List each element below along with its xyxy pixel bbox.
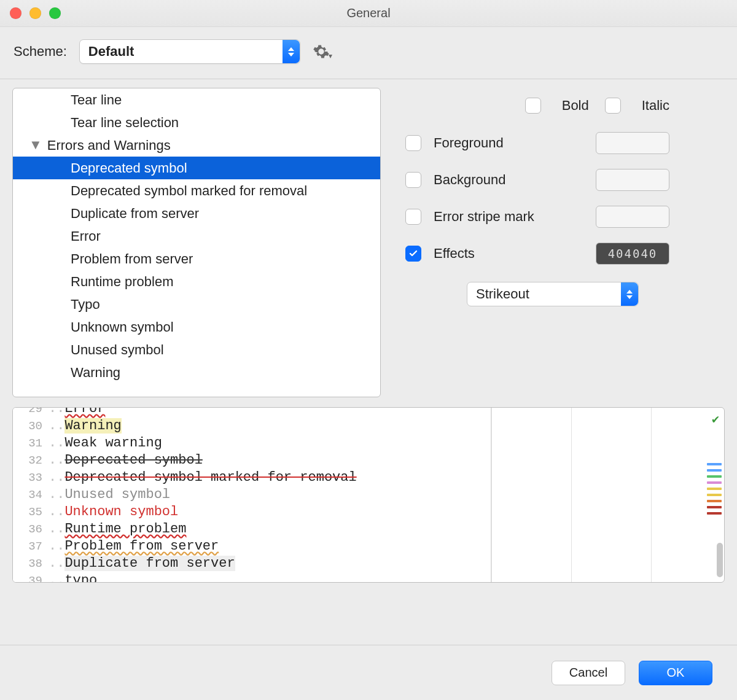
ok-button[interactable]: OK <box>639 661 712 685</box>
style-panel: Bold Italic Foreground Background Error … <box>405 88 725 397</box>
titlebar: General <box>0 0 737 27</box>
preview-rightbar: ✔ <box>491 408 724 582</box>
stripe-checkbox[interactable] <box>405 209 421 225</box>
tree-item[interactable]: Problem from server <box>13 247 380 270</box>
code-line: ..typo <box>49 572 491 583</box>
code-area: ..Error..Warning..Weak warning..Deprecat… <box>47 408 491 582</box>
tree-item[interactable]: Error <box>13 225 380 247</box>
updown-icon <box>283 40 300 63</box>
code-line: ..Runtime problem <box>49 521 491 538</box>
tree-item[interactable]: Tear line <box>13 88 380 111</box>
code-line: ..Problem from server <box>49 538 491 555</box>
chevron-down-icon: ▼ <box>29 137 42 153</box>
attributes-tree[interactable]: Tear lineTear line selection▼Errors and … <box>12 88 381 397</box>
tree-item[interactable]: Duplicate from server <box>13 202 380 225</box>
tree-item[interactable]: Unused symbol <box>13 338 380 361</box>
foreground-checkbox[interactable] <box>405 135 421 151</box>
background-checkbox[interactable] <box>405 172 421 188</box>
tree-item[interactable]: Runtime problem <box>13 270 380 293</box>
tree-item[interactable]: Tear line selection <box>13 111 380 134</box>
scheme-row: Scheme: Default ▾ <box>0 27 737 79</box>
tree-section[interactable]: ▼Errors and Warnings <box>13 134 380 157</box>
bold-label: Bold <box>562 98 589 114</box>
foreground-swatch[interactable] <box>596 132 669 154</box>
effect-type-select[interactable]: Strikeout <box>467 282 639 306</box>
scrollbar-thumb[interactable] <box>717 543 723 577</box>
scheme-label: Scheme: <box>14 44 67 60</box>
code-line: ..Error <box>49 407 491 418</box>
cancel-button[interactable]: Cancel <box>552 661 625 685</box>
code-line: ..Weak warning <box>49 435 491 452</box>
scheme-select[interactable]: Default <box>79 39 300 64</box>
tree-item[interactable]: Deprecated symbol marked for removal <box>13 179 380 202</box>
window-title: General <box>0 6 737 20</box>
italic-checkbox[interactable] <box>605 98 621 114</box>
error-stripes[interactable] <box>707 463 722 518</box>
tree-item[interactable]: Warning <box>13 361 380 384</box>
code-line: ..Deprecated symbol marked for removal <box>49 469 491 486</box>
dialog-footer: Cancel OK <box>0 645 737 700</box>
preview-editor[interactable]: 2930313233343536373839 ..Error..Warning.… <box>12 407 725 583</box>
stripe-label: Error stripe mark <box>434 209 534 225</box>
code-line: ..Duplicate from server <box>49 555 491 572</box>
code-line: ..Unknown symbol <box>49 504 491 521</box>
stripe-swatch[interactable] <box>596 206 669 228</box>
effect-type-value: Strikeout <box>476 286 529 302</box>
bold-checkbox[interactable] <box>525 98 541 114</box>
code-line: ..Deprecated symbol <box>49 452 491 469</box>
foreground-label: Foreground <box>434 135 504 151</box>
tree-item[interactable]: Typo <box>13 293 380 316</box>
background-label: Background <box>434 172 505 188</box>
tree-item[interactable]: Unknown symbol <box>13 316 380 338</box>
background-swatch[interactable] <box>596 169 669 191</box>
updown-icon <box>621 282 638 306</box>
inspection-ok-icon[interactable]: ✔ <box>712 411 719 427</box>
italic-label: Italic <box>642 98 669 114</box>
tree-item[interactable]: Deprecated symbol <box>13 157 380 179</box>
effects-swatch[interactable]: 404040 <box>596 243 669 265</box>
gear-icon[interactable]: ▾ <box>313 43 332 60</box>
code-line: ..Warning <box>49 418 491 435</box>
gutter: 2930313233343536373839 <box>13 408 47 582</box>
scheme-value: Default <box>88 44 135 60</box>
effects-label: Effects <box>434 246 475 262</box>
effects-checkbox[interactable] <box>405 246 421 262</box>
code-line: ..Unused symbol <box>49 486 491 504</box>
